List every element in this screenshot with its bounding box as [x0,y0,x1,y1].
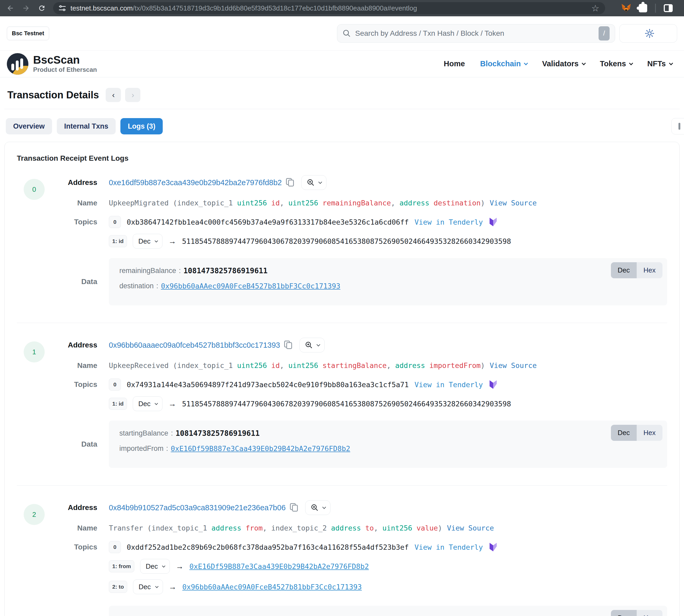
data-value: 1081473825786919611 [176,429,260,438]
name-label: Name [56,361,109,370]
log-data-panel: startingBalance:1081473825786919611 impo… [109,421,667,468]
topic-index-badge: 1: from [109,560,134,572]
address-zoom-dropdown[interactable] [299,338,325,352]
next-transaction-button[interactable]: › [125,88,140,102]
nav-tokens[interactable]: Tokens [600,60,632,68]
search-input[interactable] [355,29,594,38]
data-address-link[interactable]: 0x96bb60aAAec09A0FceB4527b81bbF3Cc0c1713… [161,282,340,290]
hex-button[interactable]: Hex [637,425,662,441]
chevron-down-icon [318,180,322,184]
log-address-link[interactable]: 0xe16df59b887e3caa439e0b29b42ba2e7976fd8… [109,178,282,187]
dec-button[interactable]: Dec [611,425,637,441]
log-index-badge: 0 [24,179,45,200]
bookmark-star-icon[interactable]: ☆ [591,4,599,13]
dec-button[interactable]: Dec [611,610,637,616]
topic-address-link[interactable]: 0xE16Df59B887e3Caa439E0b29B42bA2e7976FD8… [189,562,369,571]
arrow-right-icon: → [176,562,183,571]
log-entry-2: 2 Address 0x84b9b910527ad5c03a9ca831909e… [17,500,667,616]
theme-toggle-button[interactable] [619,24,677,43]
topic-encoding-select[interactable]: Dec [133,234,162,248]
chevron-down-icon [155,585,159,588]
browser-extensions-area [621,4,673,13]
chevron-down-icon [322,505,326,509]
nav-home[interactable]: Home [444,60,465,68]
prev-transaction-button[interactable]: ‹ [106,88,121,102]
data-address-link[interactable]: 0xE16Df59B887e3Caa439E0b29B42bA2e7976FD8… [171,444,350,453]
topic-encoding-select[interactable]: Dec [133,396,162,411]
browser-reload-icon[interactable] [37,4,46,13]
site-topbar: Bsc Testnet / [0,16,684,50]
topic-index-badge: 0 [109,378,121,391]
topic-encoding-select[interactable]: Dec [140,559,170,574]
topic-encoding-select[interactable]: Dec [133,579,163,594]
extensions-puzzle-icon[interactable] [639,4,647,13]
topic-index-badge: 1: id [109,235,127,247]
chevron-down-icon [524,61,528,66]
tenderly-icon [489,217,498,227]
magnifier-plus-icon [311,504,319,511]
chevron-down-icon [162,564,166,568]
view-source-link[interactable]: View Source [447,524,494,532]
view-in-tenderly-link[interactable]: View in Tenderly [414,218,483,226]
name-label: Name [56,199,109,207]
search-box[interactable]: / [337,24,615,43]
log-address-link[interactable]: 0x84b9b910527ad5c03a9ca831909e21e236ea7b… [109,503,286,512]
network-badge[interactable]: Bsc Testnet [7,26,49,40]
topic-address-link[interactable]: 0x96bb60aAAec09A0FceB4527b81bbF3Cc0c1713… [182,583,362,591]
tab-overview[interactable]: Overview [6,118,52,134]
log-address-link[interactable]: 0x96bb60aaaec09a0fceb4527b81bbf3cc0c1713… [109,341,280,350]
event-signature: Transfer (index_topic_1 address from, in… [109,523,667,533]
nav-nfts[interactable]: NFTs [647,60,671,68]
card-heading: Transaction Receipt Event Logs [17,154,667,162]
tab-overflow-button[interactable] [671,118,684,134]
hex-button[interactable]: Hex [637,262,662,278]
browser-back-icon[interactable] [6,4,15,13]
tab-internal-txns[interactable]: Internal Txns [57,118,116,134]
data-key: destination [119,282,154,290]
address-bar[interactable]: testnet.bscscan.com/tx/0x85b3a147518719d… [53,2,605,14]
topic-hash: 0xb38647142fbb1ea4c000fc4569b37a4e9a9f63… [127,218,409,226]
dec-hex-toggle: Dec Hex [611,425,663,441]
dec-hex-toggle: Dec Hex [611,262,663,278]
log-entry-0: 0 Address 0xe16df59b887e3caa439e0b29b42b… [17,175,667,313]
arrow-right-icon: → [169,582,177,591]
view-source-link[interactable]: View Source [490,361,537,370]
brand-name: BscScan [33,54,97,66]
sun-icon [645,29,654,38]
nav-validators[interactable]: Validators [542,60,585,68]
address-zoom-dropdown[interactable] [305,500,330,515]
chevron-down-icon [582,61,586,66]
topics-label: Topics [56,218,109,226]
site-settings-icon[interactable] [59,5,66,11]
tab-bar: Overview Internal Txns Logs (3) [0,109,684,134]
hex-button[interactable]: Hex [637,610,662,616]
dec-hex-toggle: Dec Hex [611,610,663,616]
browser-forward-icon[interactable] [22,4,30,13]
tab-logs[interactable]: Logs (3) [120,118,163,134]
dec-button[interactable]: Dec [611,262,637,278]
bscscan-logo[interactable]: BscScan Product of Etherscan [7,53,97,75]
chevron-down-icon [155,402,158,405]
nav-blockchain[interactable]: Blockchain [480,60,527,68]
chevron-down-icon [317,343,320,346]
data-key: remainingBalance [119,267,176,275]
copy-icon[interactable] [286,178,295,187]
topic-index-badge: 0 [109,216,121,228]
copy-icon[interactable] [290,503,299,512]
view-source-link[interactable]: View Source [490,199,537,207]
address-label: Address [56,178,109,187]
log-index-badge: 1 [24,342,45,362]
topic-value: 5118545788897447796043067820397906085416… [182,400,511,408]
view-in-tenderly-link[interactable]: View in Tenderly [414,543,483,551]
address-zoom-dropdown[interactable] [301,175,326,190]
chevron-down-icon [669,61,673,66]
topic-value: 5118545788897447796043067820397906085416… [182,237,511,245]
event-signature: UpkeepReceived (index_topic_1 uint256 id… [109,360,667,371]
data-key: importedFrom [119,444,163,453]
metamask-icon[interactable] [621,4,631,13]
side-panel-icon[interactable] [664,4,673,12]
view-in-tenderly-link[interactable]: View in Tenderly [414,380,483,389]
topic-hash: 0xddf252ad1be2c89b69c2b068fc378daa952ba7… [127,543,409,551]
bscscan-logo-icon [7,53,28,75]
copy-icon[interactable] [284,340,293,350]
